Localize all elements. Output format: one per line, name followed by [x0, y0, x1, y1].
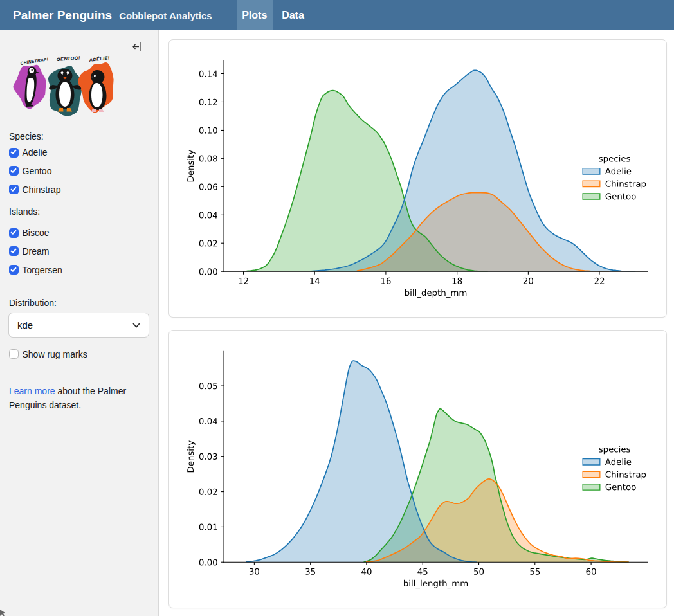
svg-text:CHINSTRAP!: CHINSTRAP! — [20, 57, 49, 66]
svg-text:GENTOO!: GENTOO! — [57, 55, 81, 62]
svg-text:ADÉLIE!: ADÉLIE! — [88, 55, 110, 63]
